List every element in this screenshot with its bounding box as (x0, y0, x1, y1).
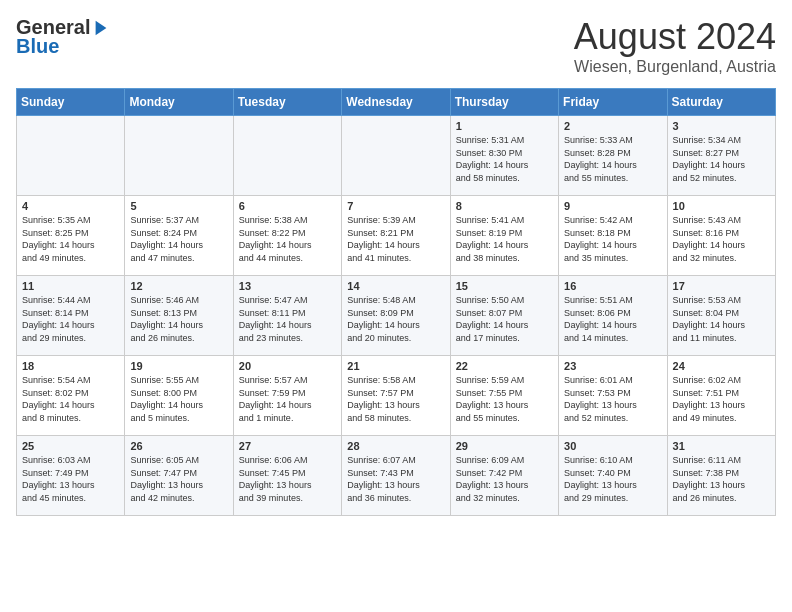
day-number: 11 (22, 280, 119, 292)
calendar-table: SundayMondayTuesdayWednesdayThursdayFrid… (16, 88, 776, 516)
calendar-cell: 20Sunrise: 5:57 AM Sunset: 7:59 PM Dayli… (233, 356, 341, 436)
day-number: 20 (239, 360, 336, 372)
calendar-cell: 21Sunrise: 5:58 AM Sunset: 7:57 PM Dayli… (342, 356, 450, 436)
day-info: Sunrise: 6:10 AM Sunset: 7:40 PM Dayligh… (564, 454, 661, 504)
calendar-cell: 6Sunrise: 5:38 AM Sunset: 8:22 PM Daylig… (233, 196, 341, 276)
day-number: 16 (564, 280, 661, 292)
day-info: Sunrise: 5:43 AM Sunset: 8:16 PM Dayligh… (673, 214, 770, 264)
day-info: Sunrise: 5:39 AM Sunset: 8:21 PM Dayligh… (347, 214, 444, 264)
day-info: Sunrise: 5:59 AM Sunset: 7:55 PM Dayligh… (456, 374, 553, 424)
calendar-cell: 4Sunrise: 5:35 AM Sunset: 8:25 PM Daylig… (17, 196, 125, 276)
day-info: Sunrise: 5:37 AM Sunset: 8:24 PM Dayligh… (130, 214, 227, 264)
day-number: 5 (130, 200, 227, 212)
calendar-cell (125, 116, 233, 196)
logo-icon (92, 19, 110, 37)
weekday-header: Thursday (450, 89, 558, 116)
day-info: Sunrise: 6:11 AM Sunset: 7:38 PM Dayligh… (673, 454, 770, 504)
day-info: Sunrise: 6:01 AM Sunset: 7:53 PM Dayligh… (564, 374, 661, 424)
logo: General Blue (16, 16, 110, 58)
day-info: Sunrise: 5:54 AM Sunset: 8:02 PM Dayligh… (22, 374, 119, 424)
day-info: Sunrise: 5:38 AM Sunset: 8:22 PM Dayligh… (239, 214, 336, 264)
calendar-cell: 27Sunrise: 6:06 AM Sunset: 7:45 PM Dayli… (233, 436, 341, 516)
day-number: 26 (130, 440, 227, 452)
calendar-cell: 2Sunrise: 5:33 AM Sunset: 8:28 PM Daylig… (559, 116, 667, 196)
day-info: Sunrise: 6:02 AM Sunset: 7:51 PM Dayligh… (673, 374, 770, 424)
day-info: Sunrise: 5:35 AM Sunset: 8:25 PM Dayligh… (22, 214, 119, 264)
day-number: 21 (347, 360, 444, 372)
day-number: 31 (673, 440, 770, 452)
day-info: Sunrise: 5:53 AM Sunset: 8:04 PM Dayligh… (673, 294, 770, 344)
logo-blue: Blue (16, 35, 59, 58)
calendar-cell: 14Sunrise: 5:48 AM Sunset: 8:09 PM Dayli… (342, 276, 450, 356)
day-info: Sunrise: 6:03 AM Sunset: 7:49 PM Dayligh… (22, 454, 119, 504)
day-number: 12 (130, 280, 227, 292)
title-section: August 2024 Wiesen, Burgenland, Austria (574, 16, 776, 76)
day-number: 25 (22, 440, 119, 452)
day-number: 10 (673, 200, 770, 212)
day-info: Sunrise: 5:48 AM Sunset: 8:09 PM Dayligh… (347, 294, 444, 344)
day-info: Sunrise: 5:31 AM Sunset: 8:30 PM Dayligh… (456, 134, 553, 184)
day-number: 29 (456, 440, 553, 452)
day-number: 24 (673, 360, 770, 372)
weekday-header: Saturday (667, 89, 775, 116)
calendar-cell: 16Sunrise: 5:51 AM Sunset: 8:06 PM Dayli… (559, 276, 667, 356)
day-info: Sunrise: 5:50 AM Sunset: 8:07 PM Dayligh… (456, 294, 553, 344)
calendar-week-row: 25Sunrise: 6:03 AM Sunset: 7:49 PM Dayli… (17, 436, 776, 516)
day-info: Sunrise: 5:41 AM Sunset: 8:19 PM Dayligh… (456, 214, 553, 264)
day-number: 18 (22, 360, 119, 372)
calendar-cell: 9Sunrise: 5:42 AM Sunset: 8:18 PM Daylig… (559, 196, 667, 276)
weekday-header: Wednesday (342, 89, 450, 116)
day-info: Sunrise: 5:57 AM Sunset: 7:59 PM Dayligh… (239, 374, 336, 424)
day-info: Sunrise: 6:07 AM Sunset: 7:43 PM Dayligh… (347, 454, 444, 504)
calendar-cell: 13Sunrise: 5:47 AM Sunset: 8:11 PM Dayli… (233, 276, 341, 356)
day-info: Sunrise: 6:05 AM Sunset: 7:47 PM Dayligh… (130, 454, 227, 504)
day-number: 4 (22, 200, 119, 212)
day-number: 6 (239, 200, 336, 212)
page-header: General Blue August 2024 Wiesen, Burgenl… (16, 16, 776, 76)
calendar-cell (17, 116, 125, 196)
calendar-cell: 25Sunrise: 6:03 AM Sunset: 7:49 PM Dayli… (17, 436, 125, 516)
calendar-cell (233, 116, 341, 196)
weekday-header: Monday (125, 89, 233, 116)
calendar-cell: 26Sunrise: 6:05 AM Sunset: 7:47 PM Dayli… (125, 436, 233, 516)
calendar-cell: 18Sunrise: 5:54 AM Sunset: 8:02 PM Dayli… (17, 356, 125, 436)
day-number: 28 (347, 440, 444, 452)
calendar-cell: 8Sunrise: 5:41 AM Sunset: 8:19 PM Daylig… (450, 196, 558, 276)
day-number: 15 (456, 280, 553, 292)
calendar-cell: 15Sunrise: 5:50 AM Sunset: 8:07 PM Dayli… (450, 276, 558, 356)
calendar-cell: 22Sunrise: 5:59 AM Sunset: 7:55 PM Dayli… (450, 356, 558, 436)
calendar-week-row: 11Sunrise: 5:44 AM Sunset: 8:14 PM Dayli… (17, 276, 776, 356)
calendar-cell: 3Sunrise: 5:34 AM Sunset: 8:27 PM Daylig… (667, 116, 775, 196)
calendar-cell: 28Sunrise: 6:07 AM Sunset: 7:43 PM Dayli… (342, 436, 450, 516)
day-info: Sunrise: 5:34 AM Sunset: 8:27 PM Dayligh… (673, 134, 770, 184)
day-info: Sunrise: 6:09 AM Sunset: 7:42 PM Dayligh… (456, 454, 553, 504)
day-number: 2 (564, 120, 661, 132)
day-number: 7 (347, 200, 444, 212)
calendar-cell: 29Sunrise: 6:09 AM Sunset: 7:42 PM Dayli… (450, 436, 558, 516)
day-number: 30 (564, 440, 661, 452)
day-info: Sunrise: 5:33 AM Sunset: 8:28 PM Dayligh… (564, 134, 661, 184)
day-number: 22 (456, 360, 553, 372)
day-info: Sunrise: 6:06 AM Sunset: 7:45 PM Dayligh… (239, 454, 336, 504)
location: Wiesen, Burgenland, Austria (574, 58, 776, 76)
calendar-cell: 1Sunrise: 5:31 AM Sunset: 8:30 PM Daylig… (450, 116, 558, 196)
day-info: Sunrise: 5:58 AM Sunset: 7:57 PM Dayligh… (347, 374, 444, 424)
weekday-header: Tuesday (233, 89, 341, 116)
day-number: 8 (456, 200, 553, 212)
calendar-cell: 12Sunrise: 5:46 AM Sunset: 8:13 PM Dayli… (125, 276, 233, 356)
calendar-cell: 10Sunrise: 5:43 AM Sunset: 8:16 PM Dayli… (667, 196, 775, 276)
weekday-header: Friday (559, 89, 667, 116)
day-info: Sunrise: 5:51 AM Sunset: 8:06 PM Dayligh… (564, 294, 661, 344)
calendar-week-row: 4Sunrise: 5:35 AM Sunset: 8:25 PM Daylig… (17, 196, 776, 276)
day-number: 13 (239, 280, 336, 292)
calendar-cell: 5Sunrise: 5:37 AM Sunset: 8:24 PM Daylig… (125, 196, 233, 276)
day-info: Sunrise: 5:44 AM Sunset: 8:14 PM Dayligh… (22, 294, 119, 344)
day-number: 3 (673, 120, 770, 132)
day-number: 19 (130, 360, 227, 372)
day-number: 1 (456, 120, 553, 132)
weekday-header: Sunday (17, 89, 125, 116)
svg-marker-0 (96, 20, 107, 34)
calendar-week-row: 18Sunrise: 5:54 AM Sunset: 8:02 PM Dayli… (17, 356, 776, 436)
day-number: 14 (347, 280, 444, 292)
day-number: 23 (564, 360, 661, 372)
